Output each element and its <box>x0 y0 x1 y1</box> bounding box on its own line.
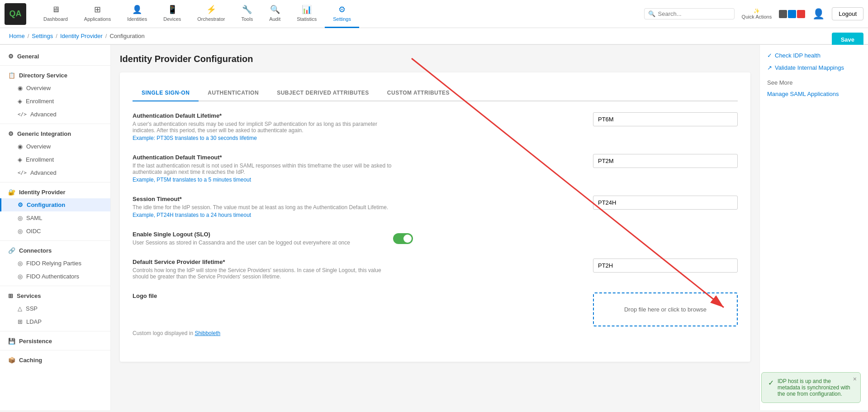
sidebar-ssp-label: SSP <box>26 305 38 312</box>
enable-slo-row: Enable Single Logout (SLO) User Sessions… <box>133 231 413 246</box>
breadcrumb-identity-provider[interactable]: Identity Provider <box>60 33 103 39</box>
auth-timeout-label: Authentication Default Timeout* <box>133 154 584 161</box>
page-title-row: Identity Provider Configuration <box>120 54 750 64</box>
breadcrumb-sep-1: / <box>28 33 29 39</box>
main-layout: ⚙ General 📋 Directory Service ◉ Overview… <box>0 45 868 410</box>
sidebar-item-overview-ds[interactable]: ◉ Overview <box>0 81 110 95</box>
sidebar-item-overview-gi[interactable]: ◉ Overview <box>0 140 110 153</box>
general-section-icon: ⚙ <box>8 53 14 60</box>
sidebar-item-advanced-ds[interactable]: </> Advanced <box>0 108 110 121</box>
search-box[interactable]: 🔍 <box>644 8 735 19</box>
default-sp-lifetime-row: Default Service Provider lifetime* Contr… <box>133 259 738 280</box>
tab-single-sign-on[interactable]: SINGLE SIGN-ON <box>133 85 199 101</box>
advanced-ds-icon: </> <box>18 111 27 117</box>
manage-saml-link[interactable]: Manage SAML Applications <box>767 91 861 97</box>
tab-subject-derived[interactable]: SUBJECT DERIVED ATTRIBUTES <box>268 85 378 101</box>
applications-icon: ⊞ <box>94 5 101 14</box>
session-timeout-ex-suffix: translates to a 24 hours timeout <box>174 212 251 218</box>
persistence-section-icon: 💾 <box>8 338 15 345</box>
sidebar-section-persistence[interactable]: 💾 Persistence <box>0 334 110 347</box>
tab-custom-attributes[interactable]: CUSTOM ATTRIBUTES <box>378 85 459 101</box>
sidebar-item-oidc[interactable]: ◎ OIDC <box>0 225 110 238</box>
logout-button[interactable]: Logout <box>832 7 863 20</box>
generic-section-icon: ⚙ <box>8 130 14 137</box>
breadcrumb: Home / Settings / Identity Provider / Co… <box>0 28 868 44</box>
user-avatar-icon: 👤 <box>812 8 825 20</box>
page-title: Identity Provider Configuration <box>120 54 253 64</box>
nav-audit[interactable]: 🔍 Audit <box>261 0 289 28</box>
enable-slo-group: Enable Single Logout (SLO) User Sessions… <box>133 231 738 246</box>
default-sp-left: Default Service Provider lifetime* Contr… <box>133 259 584 280</box>
breadcrumb-sep-3: / <box>105 33 107 39</box>
sidebar-enrollment-ds-label: Enrollment <box>26 98 54 105</box>
default-sp-desc: Controls how long the IdP will store the… <box>133 267 395 280</box>
nav-applications[interactable]: ⊞ Applications <box>76 0 119 28</box>
sidebar-item-enrollment-ds[interactable]: ◈ Enrollment <box>0 95 110 108</box>
sidebar-item-saml[interactable]: ◎ SAML <box>0 211 110 225</box>
toast-close-button[interactable]: × <box>853 375 857 383</box>
nav-dashboard-label: Dashboard <box>43 16 68 22</box>
nav-devices[interactable]: 📱 Devices <box>155 0 189 28</box>
nav-statistics[interactable]: 📊 Statistics <box>289 0 325 28</box>
sidebar-section-general[interactable]: ⚙ General <box>0 49 110 62</box>
auth-timeout-group: Authentication Default Timeout* If the l… <box>133 154 738 183</box>
breadcrumb-sep-2: / <box>56 33 57 39</box>
tabs: SINGLE SIGN-ON AUTHENTICATION SUBJECT DE… <box>133 85 738 101</box>
logo[interactable]: QA <box>5 3 26 25</box>
devices-icon: 📱 <box>167 5 177 14</box>
breadcrumb-home[interactable]: Home <box>9 33 25 39</box>
sidebar-section-directory[interactable]: 📋 Directory Service <box>0 68 110 81</box>
auth-lifetime-input[interactable] <box>593 112 738 126</box>
sidebar-item-configuration[interactable]: ⚙ Configuration <box>0 198 110 211</box>
nav-right: 🔍 ✨ Quick Actions 👤 Logout <box>644 7 863 20</box>
file-drop-zone[interactable]: Drop file here or click to browse <box>593 292 738 326</box>
sidebar-item-ldap[interactable]: ⊞ LDAP <box>0 315 110 328</box>
session-timeout-left: Session Timeout* The idle time for the I… <box>133 196 584 218</box>
sidebar-item-enrollment-gi[interactable]: ◈ Enrollment <box>0 153 110 166</box>
nav-settings[interactable]: ⚙ Settings <box>325 0 359 28</box>
enable-slo-toggle[interactable] <box>393 233 413 244</box>
oidc-icon: ◎ <box>18 228 23 235</box>
nav-identities[interactable]: 👤 Identities <box>119 0 155 28</box>
ldap-icon: ⊞ <box>18 318 23 325</box>
auth-timeout-ex-prefix: Example, <box>133 177 157 183</box>
shibboleth-link[interactable]: Shibboleth <box>194 330 220 336</box>
sidebar-section-connectors[interactable]: 🔗 Connectors <box>0 244 110 257</box>
enrollment-ds-icon: ◈ <box>18 98 22 105</box>
enable-slo-label: Enable Single Logout (SLO) <box>133 231 393 238</box>
sidebar-section-caching[interactable]: 📦 Caching <box>0 353 110 366</box>
caching-section-icon: 📦 <box>8 357 15 364</box>
nav-orchestrator[interactable]: ⚡ Orchestrator <box>189 0 233 28</box>
check-idp-label: Check IDP health <box>775 52 821 59</box>
default-sp-input[interactable] <box>593 259 738 273</box>
sidebar-item-advanced-gi[interactable]: </> Advanced <box>0 166 110 179</box>
sidebar-item-ssp[interactable]: △ SSP <box>0 302 110 315</box>
sidebar-section-generic[interactable]: ⚙ Generic Integration <box>0 127 110 140</box>
sidebar-fido-rp-label: FIDO Relying Parties <box>26 260 81 267</box>
auth-lifetime-group: Authentication Default Lifetime* A user'… <box>133 112 738 141</box>
search-input[interactable] <box>658 10 730 17</box>
auth-timeout-input-wrap <box>593 154 738 168</box>
session-timeout-input[interactable] <box>593 196 738 210</box>
sidebar-item-fido-rp[interactable]: ◎ FIDO Relying Parties <box>0 257 110 270</box>
check-idp-link[interactable]: ✓ Check IDP health <box>767 52 861 59</box>
auth-lifetime-input-wrap <box>593 112 738 126</box>
sidebar-item-fido-auth[interactable]: ◎ FIDO Authenticators <box>0 270 110 283</box>
auth-lifetime-label: Authentication Default Lifetime* <box>133 112 584 119</box>
sidebar-services-label: Services <box>17 292 41 299</box>
sidebar-section-services[interactable]: ⊞ Services <box>0 289 110 302</box>
nav-dashboard[interactable]: 🖥 Dashboard <box>35 0 76 28</box>
nav-tools[interactable]: 🔧 Tools <box>233 0 261 28</box>
nav-settings-label: Settings <box>333 16 351 22</box>
tab-authentication[interactable]: AUTHENTICATION <box>199 85 268 101</box>
fido-rp-icon: ◎ <box>18 260 23 267</box>
dashboard-icon: 🖥 <box>52 5 60 14</box>
validate-link[interactable]: ↗ Validate Internal Mappings <box>767 64 861 71</box>
toast-notification: ✓ IDP host is up and the metadata is syn… <box>761 372 861 403</box>
sidebar-section-idp[interactable]: 🔐 Identity Provider <box>0 185 110 198</box>
sidebar-generic-label: Generic Integration <box>17 130 71 137</box>
auth-timeout-input[interactable] <box>593 154 738 168</box>
validate-label: Validate Internal Mappings <box>775 64 844 71</box>
quick-actions-button[interactable]: ✨ Quick Actions <box>742 8 772 19</box>
breadcrumb-settings[interactable]: Settings <box>32 33 53 39</box>
